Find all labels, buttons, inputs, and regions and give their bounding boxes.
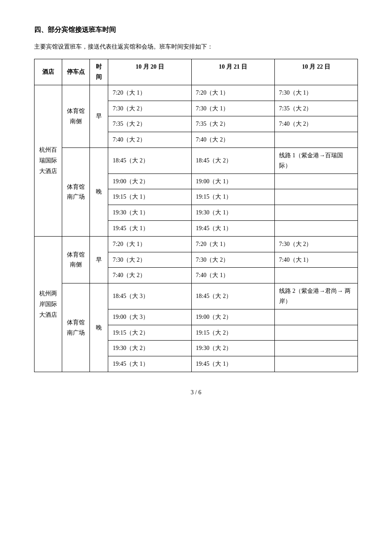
- col-time: 时间: [90, 59, 108, 85]
- hotel-cell: 杭州百瑞国际大酒店: [35, 85, 62, 236]
- intro-text: 主要宾馆设置班车，接送代表往返宾馆和会场。班车时间安排如下：: [34, 41, 358, 52]
- stop-cell: 体育馆南侧: [62, 85, 90, 147]
- oct22-cell: [274, 341, 357, 356]
- oct22-cell: 线路 2（紫金港→君尚→ 两岸）: [274, 283, 357, 309]
- oct20-cell: 7:30（大 2）: [108, 101, 191, 116]
- col-oct22: 10 月 22 日: [274, 59, 357, 85]
- oct22-cell: [274, 132, 357, 148]
- oct20-cell: 7:35（大 2）: [108, 116, 191, 132]
- oct22-cell: [274, 189, 357, 205]
- oct22-cell: [274, 268, 357, 283]
- oct21-cell: 19:15（大 1）: [191, 189, 274, 205]
- oct21-cell: 19:30（大 1）: [191, 205, 274, 221]
- oct22-cell: 线路 1（紫金港→百瑞国际）: [274, 147, 357, 173]
- oct22-cell: [274, 205, 357, 221]
- time-label-cell: 晚: [90, 147, 108, 236]
- hotel-cell: 杭州两岸国际大酒店: [35, 236, 62, 372]
- oct21-cell: 19:30（大 2）: [191, 341, 274, 356]
- oct21-cell: 18:45（大 2）: [191, 147, 274, 173]
- col-oct21: 10 月 21 日: [191, 59, 274, 85]
- oct21-cell: 19:00（大 2）: [191, 309, 274, 325]
- time-label-cell: 早: [90, 236, 108, 283]
- oct22-cell: [274, 356, 357, 372]
- stop-cell: 体育馆南侧: [62, 236, 90, 283]
- oct21-cell: 7:30（大 2）: [191, 252, 274, 268]
- oct20-cell: 19:15（大 1）: [108, 189, 191, 205]
- stop-cell: 体育馆南广场: [62, 147, 90, 236]
- oct20-cell: 7:40（大 2）: [108, 268, 191, 283]
- oct21-cell: 7:30（大 1）: [191, 101, 274, 116]
- oct22-cell: [274, 325, 357, 341]
- oct20-cell: 7:20（大 1）: [108, 236, 191, 252]
- section-title: 四、部分宾馆接送班车时间: [34, 26, 358, 35]
- oct21-cell: 19:00（大 1）: [191, 173, 274, 189]
- oct20-cell: 19:45（大 1）: [108, 356, 191, 372]
- oct21-cell: 19:45（大 1）: [191, 356, 274, 372]
- oct20-cell: 19:45（大 1）: [108, 220, 191, 236]
- oct22-cell: 7:30（大 2）: [274, 236, 357, 252]
- oct22-cell: 7:40（大 2）: [274, 116, 357, 132]
- oct21-cell: 19:15（大 2）: [191, 325, 274, 341]
- oct21-cell: 7:20（大 1）: [191, 236, 274, 252]
- oct21-cell: 7:20（大 1）: [191, 85, 274, 101]
- oct20-cell: 7:30（大 2）: [108, 252, 191, 268]
- oct21-cell: 18:45（大 2）: [191, 283, 274, 309]
- oct21-cell: 7:40（大 2）: [191, 132, 274, 148]
- time-label-cell: 早: [90, 85, 108, 147]
- col-hotel: 酒店: [35, 59, 62, 85]
- schedule-table: 酒店 停车点 时间 10 月 20 日 10 月 21 日 10 月 22 日 …: [34, 59, 358, 372]
- oct20-cell: 7:40（大 2）: [108, 132, 191, 148]
- oct20-cell: 18:45（大 2）: [108, 147, 191, 173]
- oct20-cell: 19:30（大 2）: [108, 341, 191, 356]
- oct21-cell: 19:45（大 1）: [191, 220, 274, 236]
- oct22-cell: [274, 173, 357, 189]
- col-stop: 停车点: [62, 59, 90, 85]
- page-footer: 3 / 6: [34, 389, 358, 396]
- oct21-cell: 7:35（大 2）: [191, 116, 274, 132]
- oct20-cell: 19:00（大 3）: [108, 309, 191, 325]
- oct20-cell: 19:30（大 1）: [108, 205, 191, 221]
- oct22-cell: 7:35（大 2）: [274, 101, 357, 116]
- oct22-cell: [274, 309, 357, 325]
- oct22-cell: 7:40（大 1）: [274, 252, 357, 268]
- oct22-cell: [274, 220, 357, 236]
- col-oct20: 10 月 20 日: [108, 59, 191, 85]
- oct20-cell: 7:20（大 1）: [108, 85, 191, 101]
- stop-cell: 体育馆南广场: [62, 283, 90, 372]
- oct22-cell: 7:30（大 1）: [274, 85, 357, 101]
- oct21-cell: 7:40（大 1）: [191, 268, 274, 283]
- oct20-cell: 19:00（大 2）: [108, 173, 191, 189]
- oct20-cell: 19:15（大 2）: [108, 325, 191, 341]
- oct20-cell: 18:45（大 3）: [108, 283, 191, 309]
- time-label-cell: 晚: [90, 283, 108, 372]
